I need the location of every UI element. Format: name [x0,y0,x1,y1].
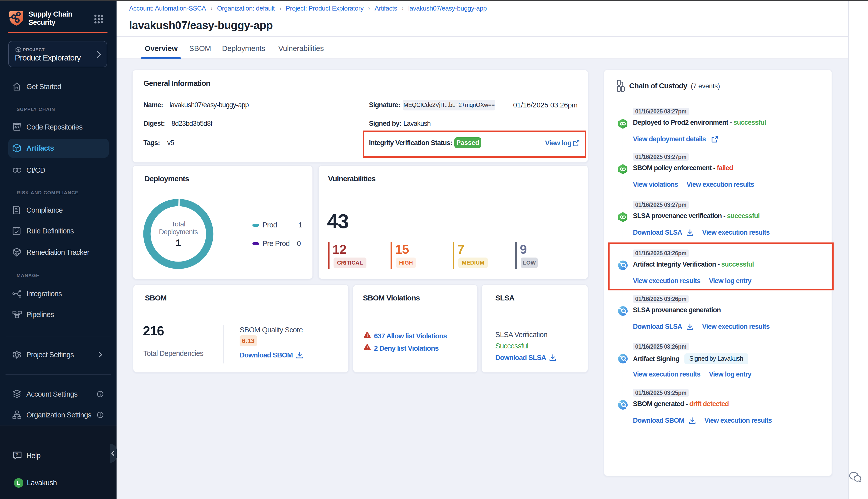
svg-text:?: ? [15,452,18,457]
